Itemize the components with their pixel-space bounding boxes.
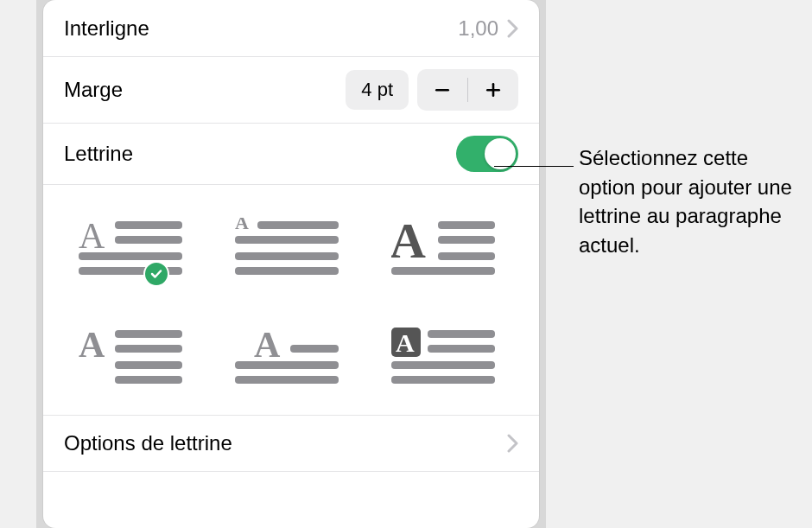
svg-rect-0 [435, 89, 449, 92]
svg-rect-10 [235, 236, 339, 244]
marge-row: Marge 4 pt [43, 57, 539, 124]
svg-rect-16 [438, 252, 495, 260]
svg-text:A: A [391, 218, 426, 269]
svg-rect-25 [235, 361, 339, 369]
svg-rect-31 [391, 361, 495, 369]
chevron-right-icon [507, 434, 518, 453]
format-panel-container: Interligne 1,00 Marge 4 pt [36, 0, 546, 528]
svg-text:A: A [79, 218, 105, 256]
svg-rect-15 [438, 236, 495, 244]
svg-rect-14 [438, 221, 495, 229]
svg-rect-32 [391, 376, 495, 384]
lettrine-options-row[interactable]: Options de lettrine [43, 416, 539, 472]
svg-rect-12 [235, 267, 339, 275]
svg-rect-5 [115, 236, 182, 244]
svg-rect-20 [115, 345, 182, 353]
dropcap-style-2line-wrap[interactable]: A [79, 218, 191, 280]
toggle-knob [485, 138, 516, 169]
svg-rect-30 [428, 345, 495, 353]
marge-increment-button[interactable] [468, 69, 518, 111]
callout-leader-line [494, 166, 574, 167]
marge-controls: 4 pt [346, 69, 518, 111]
svg-rect-6 [79, 252, 182, 260]
svg-rect-24 [290, 345, 339, 353]
callout-text: Sélectionnez cette option pour ajouter u… [579, 143, 803, 259]
dropcap-style-raised-small[interactable]: A [235, 218, 347, 280]
interligne-row[interactable]: Interligne 1,00 [43, 0, 539, 57]
svg-rect-19 [115, 330, 182, 338]
dropcap-style-centered[interactable]: A [235, 327, 347, 389]
svg-rect-11 [235, 252, 339, 260]
selected-check-icon [143, 261, 169, 287]
dropcap-style-boxed-inverse[interactable]: A [391, 327, 504, 389]
svg-rect-26 [235, 376, 339, 384]
svg-rect-22 [115, 376, 182, 384]
marge-value: 4 pt [346, 70, 409, 110]
dropcap-style-full-indent[interactable]: A [79, 327, 191, 389]
lettrine-label: Lettrine [64, 142, 133, 166]
svg-text:A: A [254, 327, 281, 365]
marge-stepper [417, 69, 518, 111]
marge-label: Marge [64, 78, 123, 102]
interligne-value: 1,00 [458, 16, 498, 41]
svg-rect-21 [115, 361, 182, 369]
interligne-label: Interligne [64, 16, 149, 41]
lettrine-options-label: Options de lettrine [64, 431, 232, 455]
svg-rect-4 [115, 221, 182, 229]
lettrine-row: Lettrine [43, 124, 539, 185]
svg-rect-29 [428, 330, 495, 338]
svg-text:A: A [79, 327, 105, 365]
marge-decrement-button[interactable] [417, 69, 467, 111]
chevron-right-icon [507, 19, 518, 38]
svg-rect-2 [492, 83, 495, 97]
format-panel: Interligne 1,00 Marge 4 pt [43, 0, 539, 528]
svg-rect-9 [257, 221, 339, 229]
lettrine-style-grid: A A [43, 185, 539, 416]
dropcap-style-bold-large[interactable]: A [391, 218, 504, 280]
svg-text:A: A [396, 328, 415, 357]
interligne-value-group: 1,00 [458, 16, 518, 41]
svg-text:A: A [235, 218, 249, 233]
svg-rect-17 [391, 267, 495, 275]
